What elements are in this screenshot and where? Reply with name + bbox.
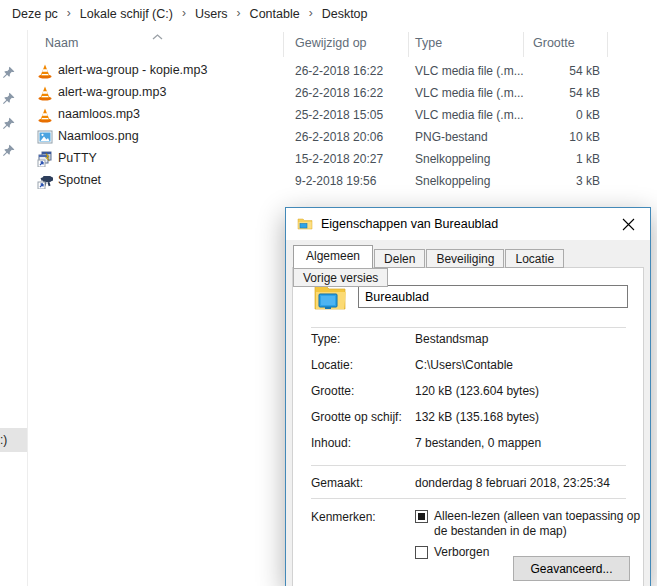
chevron-right-icon: › (62, 6, 76, 22)
hidden-checkbox-label[interactable]: Verborgen (434, 545, 489, 560)
file-name: Spotnet (58, 173, 101, 187)
file-name: PuTTY (58, 151, 97, 165)
properties-dialog: Eigenschappen van Bureaublad AlgemeenDel… (285, 207, 651, 586)
file-row[interactable]: naamloos.mp3 25-2-2018 15:05 VLC media f… (30, 104, 657, 126)
vlc-cone-icon (37, 63, 53, 79)
putty-shortcut-icon (37, 151, 53, 167)
file-type: Snelkoppeling (415, 174, 490, 188)
prop-value-grootte-op-schijf: 132 kB (135.168 bytes) (415, 410, 539, 424)
file-row[interactable]: alert-wa-group.mp3 26-2-2018 16:22 VLC m… (30, 82, 657, 104)
file-size: 10 kB (523, 130, 600, 144)
prop-label-grootte-op-schijf: Grootte op schijf: (311, 410, 402, 424)
prop-value-grootte: 120 kB (123.604 bytes) (415, 384, 539, 398)
file-row[interactable]: Spotnet 9-2-2018 19:56 Snelkoppeling 3 k… (30, 170, 657, 192)
pushpin-icon (2, 144, 15, 157)
file-name: alert-wa-group.mp3 (58, 85, 166, 99)
file-modified: 25-2-2018 15:05 (295, 108, 383, 122)
tab-bar: AlgemeenDelenBeveiligingLocatieVorige ve… (293, 245, 650, 268)
file-modified: 9-2-2018 19:56 (295, 174, 376, 188)
folder-desktop-icon (297, 216, 313, 232)
chevron-right-icon: › (177, 6, 191, 22)
divider (311, 327, 626, 328)
file-type: VLC media file (.m... (415, 86, 524, 100)
pushpin-icon (2, 117, 15, 130)
prop-value-gemaakt: donderdag 8 februari 2018, 23:25:34 (415, 476, 610, 490)
breadcrumb: Deze pc › Lokale schijf (C:) › Users › C… (8, 0, 372, 28)
prop-label-grootte: Grootte: (311, 384, 354, 398)
file-name: Naamloos.png (58, 129, 139, 143)
breadcrumb-item-users[interactable]: Users (191, 5, 232, 23)
tab-delen[interactable]: Delen (374, 249, 425, 268)
breadcrumb-item-desktop[interactable]: Desktop (318, 5, 372, 23)
prop-value-locatie: C:\Users\Contable (415, 358, 513, 372)
column-divider[interactable] (523, 32, 524, 57)
file-row[interactable]: Naamloos.png 26-2-2018 20:06 PNG-bestand… (30, 126, 657, 148)
column-divider[interactable] (408, 32, 409, 57)
column-header-gewijzigd-op[interactable]: Gewijzigd op (295, 36, 367, 50)
column-header-grootte[interactable]: Grootte (533, 36, 575, 50)
prop-value-inhoud: 7 bestanden, 0 mappen (415, 436, 541, 450)
file-modified: 26-2-2018 20:06 (295, 130, 383, 144)
spotnet-shortcut-icon (37, 173, 53, 189)
chevron-right-icon: › (304, 6, 318, 22)
breadcrumb-item-lokale-schijf[interactable]: Lokale schijf (C:) (76, 5, 177, 23)
dialog-title: Eigenschappen van Bureaublad (321, 217, 498, 231)
prop-label-kenmerken: Kenmerken: (311, 510, 376, 524)
hidden-checkbox[interactable] (415, 546, 428, 559)
column-header-naam[interactable]: Naam (45, 36, 78, 50)
column-divider[interactable] (283, 32, 284, 57)
file-row[interactable]: PuTTY 15-2-2018 20:27 Snelkoppeling 1 kB (30, 148, 657, 170)
breadcrumb-item-contable[interactable]: Contable (246, 5, 304, 23)
nav-item-label: :) (0, 433, 7, 447)
prop-label-inhoud: Inhoud: (311, 436, 351, 450)
pushpin-icon (2, 66, 15, 79)
divider (311, 498, 626, 499)
file-name: naamloos.mp3 (58, 107, 140, 121)
column-header-type[interactable]: Type (415, 36, 442, 50)
file-modified: 26-2-2018 16:22 (295, 86, 383, 100)
file-type: VLC media file (.m... (415, 64, 524, 78)
close-icon[interactable] (606, 208, 650, 240)
chevron-right-icon: › (232, 6, 246, 22)
tab-vorige-versies[interactable]: Vorige versies (293, 268, 388, 287)
file-size: 54 kB (523, 86, 600, 100)
nav-item-lokale-schijf-cropped[interactable]: :) (0, 428, 27, 452)
image-file-icon (37, 129, 53, 145)
column-divider[interactable] (607, 32, 608, 57)
readonly-checkbox-label[interactable]: Alleen-lezen (alleen van toepassing op d… (434, 509, 654, 539)
file-size: 1 kB (523, 152, 600, 166)
vlc-cone-icon (37, 107, 53, 123)
explorer-window: Deze pc › Lokale schijf (C:) › Users › C… (0, 0, 657, 586)
nav-pane-divider (27, 30, 28, 586)
prop-label-locatie: Locatie: (311, 358, 353, 372)
file-modified: 15-2-2018 20:27 (295, 152, 383, 166)
divider (311, 465, 626, 466)
file-type: PNG-bestand (415, 130, 488, 144)
vlc-cone-icon (37, 85, 53, 101)
file-modified: 26-2-2018 16:22 (295, 64, 383, 78)
file-type: VLC media file (.m... (415, 108, 524, 122)
pushpin-icon (2, 92, 15, 105)
advanced-button[interactable]: Geavanceerd... (513, 556, 630, 581)
tab-beveiliging[interactable]: Beveiliging (426, 249, 504, 268)
tab-locatie[interactable]: Locatie (505, 249, 564, 268)
prop-value-type: Bestandsmap (415, 332, 488, 346)
tab-page-algemeen: Type: Bestandsmap Locatie: C:\Users\Cont… (292, 267, 644, 586)
file-row[interactable]: alert-wa-group - kopie.mp3 26-2-2018 16:… (30, 60, 657, 82)
prop-label-type: Type: (311, 332, 340, 346)
sort-ascending-icon (152, 26, 163, 32)
readonly-checkbox[interactable] (415, 510, 428, 523)
prop-label-gemaakt: Gemaakt: (311, 476, 363, 490)
file-name: alert-wa-group - kopie.mp3 (58, 63, 207, 77)
file-type: Snelkoppeling (415, 152, 490, 166)
file-size: 54 kB (523, 64, 600, 78)
folder-name-input[interactable] (358, 285, 628, 308)
file-size: 0 kB (523, 108, 600, 122)
breadcrumb-item-deze-pc[interactable]: Deze pc (8, 5, 62, 23)
tab-algemeen[interactable]: Algemeen (293, 245, 373, 268)
dialog-titlebar[interactable]: Eigenschappen van Bureaublad (286, 208, 650, 240)
file-size: 3 kB (523, 174, 600, 188)
